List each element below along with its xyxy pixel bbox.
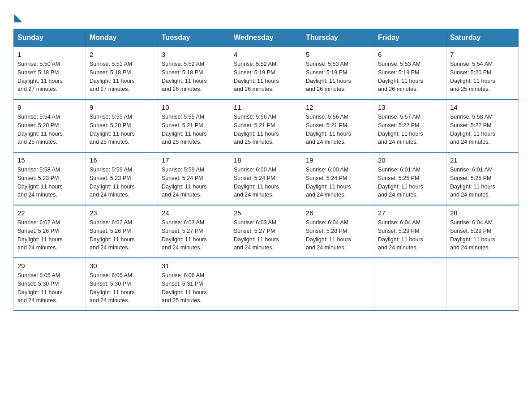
day-number: 27 — [378, 209, 442, 217]
calendar-cell — [446, 258, 519, 311]
calendar-week-row: 22 Sunrise: 6:02 AMSunset: 5:26 PMDaylig… — [14, 205, 519, 258]
calendar-cell: 28 Sunrise: 6:04 AMSunset: 5:29 PMDaylig… — [446, 205, 519, 258]
calendar-cell — [374, 258, 446, 311]
day-info: Sunrise: 5:53 AMSunset: 5:19 PMDaylight:… — [306, 61, 351, 92]
calendar-cell: 25 Sunrise: 6:03 AMSunset: 5:27 PMDaylig… — [230, 205, 302, 258]
calendar-cell: 6 Sunrise: 5:53 AMSunset: 5:19 PMDayligh… — [374, 47, 446, 99]
calendar-cell: 1 Sunrise: 5:50 AMSunset: 5:18 PMDayligh… — [14, 47, 86, 99]
day-number: 9 — [90, 103, 154, 111]
day-number: 7 — [450, 51, 515, 58]
weekday-header-monday: Monday — [86, 29, 158, 47]
calendar-cell: 4 Sunrise: 5:52 AMSunset: 5:19 PMDayligh… — [230, 47, 302, 99]
day-info: Sunrise: 5:55 AMSunset: 5:20 PMDaylight:… — [90, 114, 135, 145]
calendar-cell: 27 Sunrise: 6:04 AMSunset: 5:29 PMDaylig… — [374, 205, 446, 258]
day-info: Sunrise: 5:59 AMSunset: 5:23 PMDaylight:… — [90, 167, 135, 198]
logo — [13, 13, 22, 21]
weekday-header-saturday: Saturday — [446, 29, 519, 47]
day-info: Sunrise: 6:00 AMSunset: 5:24 PMDaylight:… — [306, 167, 351, 198]
calendar-cell: 12 Sunrise: 5:56 AMSunset: 5:21 PMDaylig… — [302, 99, 374, 152]
day-info: Sunrise: 6:03 AMSunset: 5:27 PMDaylight:… — [234, 219, 279, 251]
day-info: Sunrise: 6:04 AMSunset: 5:29 PMDaylight:… — [378, 219, 423, 251]
day-number: 2 — [90, 51, 154, 58]
calendar-cell: 5 Sunrise: 5:53 AMSunset: 5:19 PMDayligh… — [302, 47, 374, 99]
calendar-cell: 30 Sunrise: 6:05 AMSunset: 5:30 PMDaylig… — [86, 258, 158, 311]
calendar-cell: 8 Sunrise: 5:54 AMSunset: 5:20 PMDayligh… — [14, 99, 86, 152]
day-number: 15 — [17, 156, 82, 164]
day-info: Sunrise: 5:55 AMSunset: 5:21 PMDaylight:… — [162, 114, 207, 145]
calendar-cell: 22 Sunrise: 6:02 AMSunset: 5:26 PMDaylig… — [14, 205, 86, 258]
day-number: 16 — [90, 156, 154, 164]
day-info: Sunrise: 6:00 AMSunset: 5:24 PMDaylight:… — [234, 167, 279, 198]
day-info: Sunrise: 5:57 AMSunset: 5:22 PMDaylight:… — [378, 114, 423, 145]
calendar-cell: 11 Sunrise: 5:56 AMSunset: 5:21 PMDaylig… — [230, 99, 302, 152]
day-number: 31 — [162, 262, 226, 270]
calendar-cell: 9 Sunrise: 5:55 AMSunset: 5:20 PMDayligh… — [86, 99, 158, 152]
calendar-cell: 3 Sunrise: 5:52 AMSunset: 5:18 PMDayligh… — [158, 47, 230, 99]
day-number: 22 — [17, 209, 82, 217]
calendar-cell: 17 Sunrise: 5:59 AMSunset: 5:24 PMDaylig… — [158, 152, 230, 205]
day-number: 24 — [162, 209, 226, 217]
day-number: 25 — [234, 209, 298, 217]
day-info: Sunrise: 6:04 AMSunset: 5:28 PMDaylight:… — [306, 219, 351, 251]
weekday-header-sunday: Sunday — [14, 29, 86, 47]
calendar-cell: 10 Sunrise: 5:55 AMSunset: 5:21 PMDaylig… — [158, 99, 230, 152]
calendar-table: SundayMondayTuesdayWednesdayThursdayFrid… — [13, 29, 519, 311]
calendar-cell: 20 Sunrise: 6:01 AMSunset: 5:25 PMDaylig… — [374, 152, 446, 205]
day-number: 5 — [306, 51, 370, 58]
day-number: 12 — [306, 103, 370, 111]
calendar-cell: 24 Sunrise: 6:03 AMSunset: 5:27 PMDaylig… — [158, 205, 230, 258]
day-info: Sunrise: 5:58 AMSunset: 5:22 PMDaylight:… — [450, 114, 495, 145]
calendar-cell: 7 Sunrise: 5:54 AMSunset: 5:20 PMDayligh… — [446, 47, 519, 99]
day-info: Sunrise: 6:04 AMSunset: 5:29 PMDaylight:… — [450, 219, 495, 251]
calendar-cell: 23 Sunrise: 6:02 AMSunset: 5:26 PMDaylig… — [86, 205, 158, 258]
calendar-cell: 31 Sunrise: 6:06 AMSunset: 5:31 PMDaylig… — [158, 258, 230, 311]
day-number: 1 — [17, 51, 82, 58]
day-number: 10 — [162, 103, 226, 111]
calendar-cell — [302, 258, 374, 311]
calendar-cell: 16 Sunrise: 5:59 AMSunset: 5:23 PMDaylig… — [86, 152, 158, 205]
calendar-cell: 13 Sunrise: 5:57 AMSunset: 5:22 PMDaylig… — [374, 99, 446, 152]
calendar-cell: 14 Sunrise: 5:58 AMSunset: 5:22 PMDaylig… — [446, 99, 519, 152]
weekday-header-friday: Friday — [374, 29, 446, 47]
calendar-cell: 15 Sunrise: 5:58 AMSunset: 5:23 PMDaylig… — [14, 152, 86, 205]
calendar-cell — [230, 258, 302, 311]
day-number: 30 — [90, 262, 154, 270]
day-info: Sunrise: 5:54 AMSunset: 5:20 PMDaylight:… — [17, 114, 63, 145]
day-number: 11 — [234, 103, 298, 111]
calendar-week-row: 8 Sunrise: 5:54 AMSunset: 5:20 PMDayligh… — [14, 99, 519, 152]
day-info: Sunrise: 5:53 AMSunset: 5:19 PMDaylight:… — [378, 61, 423, 92]
day-number: 13 — [378, 103, 442, 111]
day-info: Sunrise: 5:56 AMSunset: 5:21 PMDaylight:… — [306, 114, 351, 145]
day-info: Sunrise: 5:50 AMSunset: 5:18 PMDaylight:… — [17, 61, 63, 92]
weekday-header-wednesday: Wednesday — [230, 29, 302, 47]
day-number: 23 — [90, 209, 154, 217]
day-info: Sunrise: 6:01 AMSunset: 5:25 PMDaylight:… — [378, 167, 423, 198]
day-info: Sunrise: 6:06 AMSunset: 5:31 PMDaylight:… — [162, 272, 207, 304]
day-info: Sunrise: 5:56 AMSunset: 5:21 PMDaylight:… — [234, 114, 279, 145]
logo-triangle-icon — [14, 14, 22, 22]
day-info: Sunrise: 6:01 AMSunset: 5:25 PMDaylight:… — [450, 167, 495, 198]
day-info: Sunrise: 5:58 AMSunset: 5:23 PMDaylight:… — [17, 167, 63, 198]
calendar-cell: 18 Sunrise: 6:00 AMSunset: 5:24 PMDaylig… — [230, 152, 302, 205]
day-info: Sunrise: 6:03 AMSunset: 5:27 PMDaylight:… — [162, 219, 207, 251]
calendar-cell: 21 Sunrise: 6:01 AMSunset: 5:25 PMDaylig… — [446, 152, 519, 205]
day-number: 28 — [450, 209, 515, 217]
day-info: Sunrise: 5:51 AMSunset: 5:18 PMDaylight:… — [90, 61, 135, 92]
day-info: Sunrise: 5:52 AMSunset: 5:19 PMDaylight:… — [234, 61, 279, 92]
day-number: 3 — [162, 51, 226, 58]
calendar-cell: 19 Sunrise: 6:00 AMSunset: 5:24 PMDaylig… — [302, 152, 374, 205]
day-number: 6 — [378, 51, 442, 58]
day-info: Sunrise: 6:05 AMSunset: 5:30 PMDaylight:… — [17, 272, 63, 304]
day-number: 21 — [450, 156, 515, 164]
calendar-week-row: 1 Sunrise: 5:50 AMSunset: 5:18 PMDayligh… — [14, 47, 519, 99]
calendar-cell: 2 Sunrise: 5:51 AMSunset: 5:18 PMDayligh… — [86, 47, 158, 99]
day-info: Sunrise: 5:54 AMSunset: 5:20 PMDaylight:… — [450, 61, 495, 92]
day-info: Sunrise: 5:52 AMSunset: 5:18 PMDaylight:… — [162, 61, 207, 92]
calendar-cell: 26 Sunrise: 6:04 AMSunset: 5:28 PMDaylig… — [302, 205, 374, 258]
day-number: 8 — [17, 103, 82, 111]
calendar-cell: 29 Sunrise: 6:05 AMSunset: 5:30 PMDaylig… — [14, 258, 86, 311]
day-number: 19 — [306, 156, 370, 164]
calendar-week-row: 29 Sunrise: 6:05 AMSunset: 5:30 PMDaylig… — [14, 258, 519, 311]
day-number: 26 — [306, 209, 370, 217]
day-number: 17 — [162, 156, 226, 164]
